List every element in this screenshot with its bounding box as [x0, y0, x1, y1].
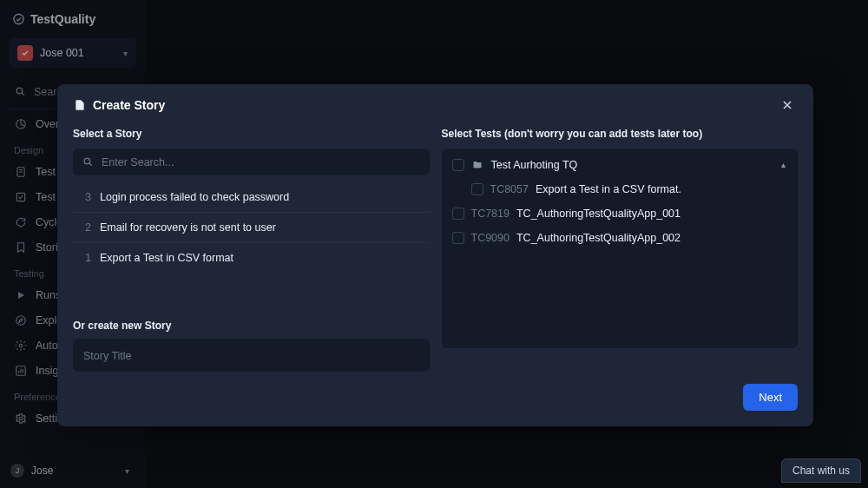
tree-folder-row[interactable]: Test Aurhoting TQ ▴ — [442, 152, 799, 177]
tests-tree: Test Aurhoting TQ ▴ TC8057 Export a Test… — [442, 148, 799, 348]
checkbox[interactable] — [452, 159, 464, 171]
checkbox[interactable] — [471, 183, 483, 195]
folder-icon — [471, 158, 484, 171]
story-number: 2 — [82, 221, 91, 234]
test-id: TC8057 — [490, 183, 529, 195]
modal-title: Create Story — [93, 98, 165, 112]
chevron-up-icon[interactable]: ▴ — [781, 160, 786, 169]
test-id: TC7819 — [471, 208, 510, 220]
panel-title: Select Tests (don't worry you can add te… — [442, 128, 799, 140]
chat-widget[interactable]: Chat with us — [781, 458, 861, 483]
story-number: 1 — [82, 252, 91, 264]
modal-header: Create Story — [73, 96, 798, 114]
select-story-panel: Select a Story 3 Login process failed to… — [73, 128, 430, 372]
story-search[interactable] — [73, 148, 430, 175]
folder-name: Test Aurhoting TQ — [491, 159, 578, 171]
modal-footer: Next — [73, 384, 798, 411]
create-story-modal: Create Story Select a Story 3 Login proc… — [57, 84, 813, 426]
test-name: TC_AuthoringTestQualityApp_002 — [516, 232, 681, 244]
search-icon — [82, 155, 95, 168]
story-title-input[interactable] — [83, 350, 419, 362]
file-plus-icon — [73, 99, 86, 112]
story-item[interactable]: 2 Email for recovery is not sent to user — [73, 213, 430, 243]
modal-body: Select a Story 3 Login process failed to… — [73, 128, 798, 372]
story-item[interactable]: 1 Export a Test in CSV format — [73, 243, 430, 273]
story-number: 3 — [82, 191, 91, 203]
checkbox[interactable] — [452, 208, 464, 220]
test-name: Export a Test in a CSV format. — [536, 183, 681, 195]
chat-label: Chat with us — [792, 465, 850, 477]
create-story-label: Or create new Story — [73, 320, 430, 332]
story-list: 3 Login process failed to check password… — [73, 182, 430, 304]
story-title: Login process failed to check password — [100, 191, 289, 203]
test-name: TC_AuthoringTestQualityApp_001 — [516, 208, 681, 220]
story-search-input[interactable] — [102, 156, 421, 168]
next-button[interactable]: Next — [743, 384, 798, 411]
story-item[interactable]: 3 Login process failed to check password — [73, 182, 430, 213]
test-id: TC9090 — [471, 232, 510, 244]
story-title: Email for recovery is not sent to user — [100, 221, 276, 234]
story-title: Export a Test in CSV format — [100, 252, 233, 264]
tree-test-row[interactable]: TC7819 TC_AuthoringTestQualityApp_001 — [442, 201, 799, 226]
tree-test-row[interactable]: TC8057 Export a Test in a CSV format. — [442, 177, 799, 201]
checkbox[interactable] — [452, 232, 464, 244]
svg-point-10 — [84, 158, 90, 164]
close-button[interactable] — [777, 96, 798, 114]
story-title-field[interactable] — [73, 339, 430, 372]
select-tests-panel: Select Tests (don't worry you can add te… — [442, 128, 799, 372]
panel-title: Select a Story — [73, 128, 430, 140]
tree-test-row[interactable]: TC9090 TC_AuthoringTestQualityApp_002 — [442, 226, 799, 250]
